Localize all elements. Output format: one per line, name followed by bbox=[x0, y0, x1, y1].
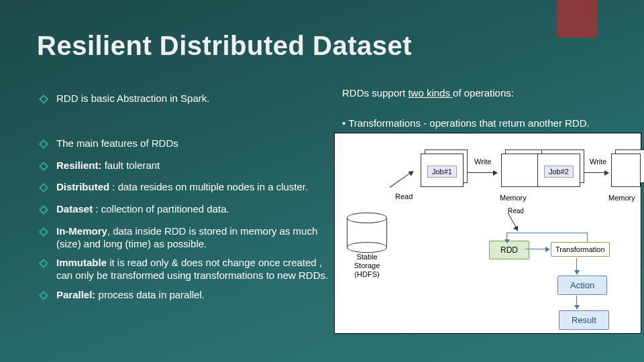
bullet-features-header: The main features of RDDs bbox=[40, 137, 329, 150]
flowchart-rdd-box: RDD bbox=[489, 241, 529, 259]
definition: process data in parallel. bbox=[95, 289, 205, 300]
arrow-icon bbox=[576, 296, 577, 309]
bullet-text: The main features of RDDs bbox=[56, 137, 178, 150]
bullet-text: RDD is basic Abstraction in Spark. bbox=[56, 93, 209, 105]
bullet-dataset: Dataset : collection of partitioned data… bbox=[40, 203, 329, 216]
memory-label-1: Memory bbox=[500, 194, 527, 202]
diamond-icon bbox=[39, 259, 48, 268]
text: RDDs support bbox=[342, 87, 408, 99]
diamond-icon bbox=[39, 139, 48, 149]
bullet-resilient: Resilient: fault tolerant bbox=[40, 160, 329, 172]
arrow-segment bbox=[506, 233, 587, 233]
read-label: Read bbox=[395, 192, 413, 200]
diamond-icon bbox=[39, 205, 48, 215]
bullet-inmemory: In-Memory, data inside RDD is stored in … bbox=[40, 225, 329, 251]
definition: : data resides on multiple nodes in a cl… bbox=[109, 181, 308, 192]
bullet-distributed: Distributed : data resides on multiple n… bbox=[40, 181, 329, 194]
text: of operations: bbox=[453, 87, 514, 99]
definition: fault tolerant bbox=[102, 160, 160, 171]
arrow-icon bbox=[525, 249, 549, 249]
job2-label: Job#2 bbox=[544, 166, 574, 178]
hdfs-cylinder-icon bbox=[347, 213, 387, 253]
flowchart-transformation-box: Transformation bbox=[551, 242, 610, 257]
bullet-abstraction: RDD is basic Abstraction in Spark. bbox=[40, 93, 329, 105]
job1-label: Job#1 bbox=[427, 166, 457, 178]
bullet-immutable: Immutable it is read only & does not cha… bbox=[40, 257, 329, 282]
diamond-icon bbox=[39, 291, 48, 300]
memory-label-2: Memory bbox=[608, 194, 635, 202]
right-column: RDDs support two kinds of operations: • … bbox=[342, 87, 637, 129]
bullet-text: Distributed : data resides on multiple n… bbox=[56, 181, 308, 194]
term: Distributed bbox=[56, 181, 109, 192]
arrow-icon bbox=[584, 172, 608, 173]
diamond-icon bbox=[39, 183, 48, 192]
flowchart-action-box: Action bbox=[557, 276, 607, 295]
bullet-text: In-Memory, data inside RDD is stored in … bbox=[56, 225, 329, 251]
definition: : collection of partitioned data. bbox=[93, 203, 229, 215]
arrow-icon bbox=[468, 172, 497, 173]
diamond-icon bbox=[39, 227, 48, 237]
flowchart-result-box: Result bbox=[559, 310, 609, 330]
rdd-transformations-line: • Transformations - operations that retu… bbox=[342, 117, 637, 129]
arrow-icon bbox=[390, 171, 413, 188]
diamond-icon bbox=[39, 95, 48, 104]
bullet-text: Parallel: process data in parallel. bbox=[56, 289, 205, 302]
term: In-Memory bbox=[56, 225, 107, 237]
bullet-parallel: Parallel: process data in parallel. bbox=[40, 289, 329, 302]
term: Parallel: bbox=[56, 289, 95, 300]
arrow-icon bbox=[508, 213, 519, 230]
left-column: RDD is basic Abstraction in Spark. The m… bbox=[40, 93, 329, 311]
arrow-segment bbox=[587, 233, 588, 242]
accent-bar bbox=[557, 0, 597, 38]
bullet-text: Immutable it is read only & does not cha… bbox=[56, 257, 329, 282]
read-label-2: Read bbox=[508, 207, 524, 215]
bullet-text: Dataset : collection of partitioned data… bbox=[56, 203, 229, 216]
slide: Resilient Distributed Dataset RDD is bas… bbox=[0, 0, 644, 362]
bullet-text: Resilient: fault tolerant bbox=[56, 160, 160, 172]
text-underline: two kinds bbox=[408, 87, 453, 99]
term: Resilient: bbox=[56, 160, 102, 171]
diamond-icon bbox=[39, 161, 48, 170]
rdd-operations-intro: RDDs support two kinds of operations: bbox=[342, 87, 637, 99]
term: Dataset bbox=[56, 203, 93, 215]
write-label-1: Write bbox=[474, 158, 491, 166]
term: Immutable bbox=[56, 257, 107, 268]
arrowhead-icon bbox=[504, 239, 510, 243]
rdd-diagram: StableStorage(HDFS) Read Job#1 Write Mem… bbox=[334, 133, 641, 334]
write-label-2: Write bbox=[590, 158, 606, 166]
arrow-icon bbox=[576, 258, 577, 274]
hdfs-label: StableStorage(HDFS) bbox=[341, 253, 392, 280]
page-title: Resilient Distributed Dataset bbox=[37, 31, 412, 61]
